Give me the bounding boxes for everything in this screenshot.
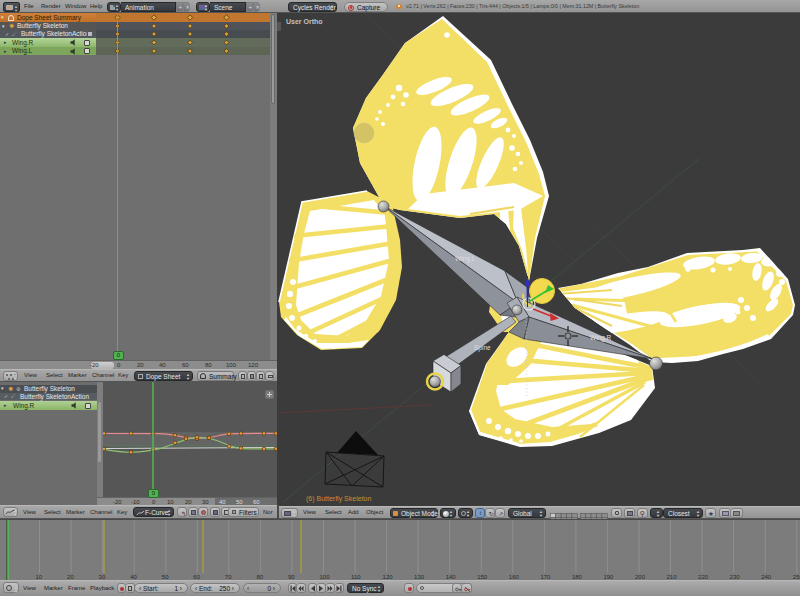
svg-text:Wing.R: Wing.R <box>590 334 612 342</box>
svg-text:User Ortho: User Ortho <box>286 18 323 25</box>
svg-text:Spine: Spine <box>474 344 491 352</box>
svg-text:(6) Butterfly Skeleton: (6) Butterfly Skeleton <box>306 495 371 503</box>
svg-text:Wing.L: Wing.L <box>455 255 476 263</box>
